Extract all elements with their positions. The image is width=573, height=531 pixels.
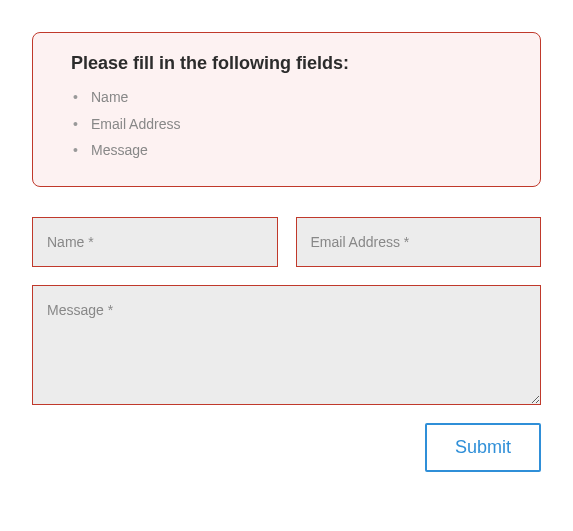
message-field[interactable] — [32, 285, 541, 405]
error-field-list: Name Email Address Message — [61, 84, 512, 164]
form-row-top — [32, 217, 541, 267]
error-title: Please fill in the following fields: — [71, 53, 512, 74]
validation-error-box: Please fill in the following fields: Nam… — [32, 32, 541, 187]
error-field-item: Email Address — [73, 111, 512, 138]
error-field-item: Message — [73, 137, 512, 164]
error-field-item: Name — [73, 84, 512, 111]
submit-row: Submit — [32, 423, 541, 472]
email-field[interactable] — [296, 217, 542, 267]
name-field[interactable] — [32, 217, 278, 267]
submit-button[interactable]: Submit — [425, 423, 541, 472]
